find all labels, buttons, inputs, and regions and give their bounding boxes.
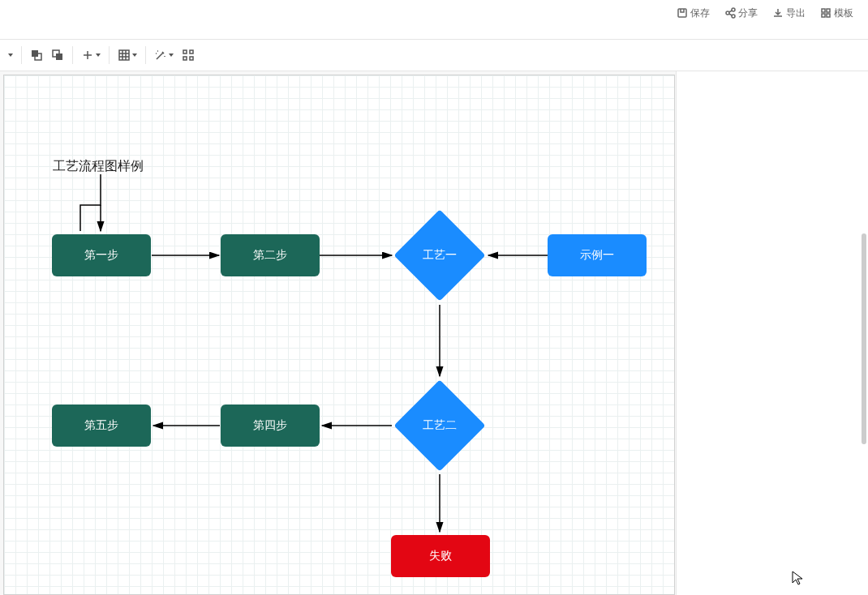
- export-icon: [772, 7, 784, 19]
- svg-rect-13: [183, 50, 187, 54]
- diagram-title[interactable]: 工艺流程图样例: [53, 158, 144, 175]
- node-step5[interactable]: 第五步: [52, 405, 151, 447]
- share-label: 分享: [738, 6, 758, 20]
- share-button[interactable]: 分享: [724, 3, 758, 23]
- svg-rect-15: [183, 57, 187, 60]
- grid-icon: [118, 49, 131, 62]
- node-step4[interactable]: 第四步: [221, 405, 320, 447]
- add-button[interactable]: [81, 49, 101, 62]
- top-menu: 保存 分享 导出 模板: [677, 0, 868, 23]
- svg-rect-12: [119, 50, 129, 60]
- svg-rect-0: [678, 9, 686, 17]
- node-fail[interactable]: 失败: [391, 535, 490, 577]
- template-button[interactable]: 模板: [820, 3, 853, 23]
- svg-rect-5: [827, 9, 830, 12]
- node-process1[interactable]: 工艺一: [393, 209, 485, 301]
- layout-icon: [182, 49, 195, 62]
- save-button[interactable]: 保存: [677, 3, 710, 23]
- template-icon: [820, 7, 831, 19]
- svg-rect-4: [822, 9, 825, 12]
- scrollbar[interactable]: [862, 233, 866, 444]
- canvas[interactable]: 工艺流程图样例: [3, 75, 675, 595]
- plus-icon: [81, 49, 94, 62]
- connectors: [4, 75, 676, 595]
- export-label: 导出: [786, 6, 806, 20]
- export-button[interactable]: 导出: [772, 3, 806, 23]
- workspace: 工艺流程图样例: [0, 71, 868, 595]
- svg-rect-14: [190, 50, 193, 54]
- node-process2[interactable]: 工艺二: [393, 379, 485, 471]
- svg-rect-7: [827, 14, 830, 17]
- layout-button[interactable]: [182, 49, 195, 62]
- share-icon: [724, 7, 736, 19]
- template-label: 模板: [834, 6, 853, 20]
- canvas-area[interactable]: 工艺流程图样例: [0, 71, 676, 595]
- toolbar: [0, 39, 868, 71]
- side-panel: [676, 71, 868, 595]
- bring-front-button[interactable]: [30, 49, 43, 62]
- magic-button[interactable]: [154, 49, 174, 62]
- svg-rect-16: [190, 57, 193, 60]
- node-step1[interactable]: 第一步: [52, 234, 151, 276]
- svg-rect-11: [56, 54, 62, 60]
- node-example1[interactable]: 示例一: [548, 234, 647, 276]
- cursor-icon: [792, 571, 805, 587]
- grid-button[interactable]: [118, 49, 137, 62]
- save-icon: [677, 7, 688, 19]
- bring-front-icon: [30, 49, 43, 62]
- toolbar-dropdown-1[interactable]: [8, 54, 13, 57]
- svg-rect-6: [822, 14, 825, 17]
- node-step2[interactable]: 第二步: [221, 234, 320, 276]
- send-back-icon: [51, 49, 64, 62]
- save-label: 保存: [690, 6, 710, 20]
- magic-icon: [154, 49, 167, 62]
- send-back-button[interactable]: [51, 49, 64, 62]
